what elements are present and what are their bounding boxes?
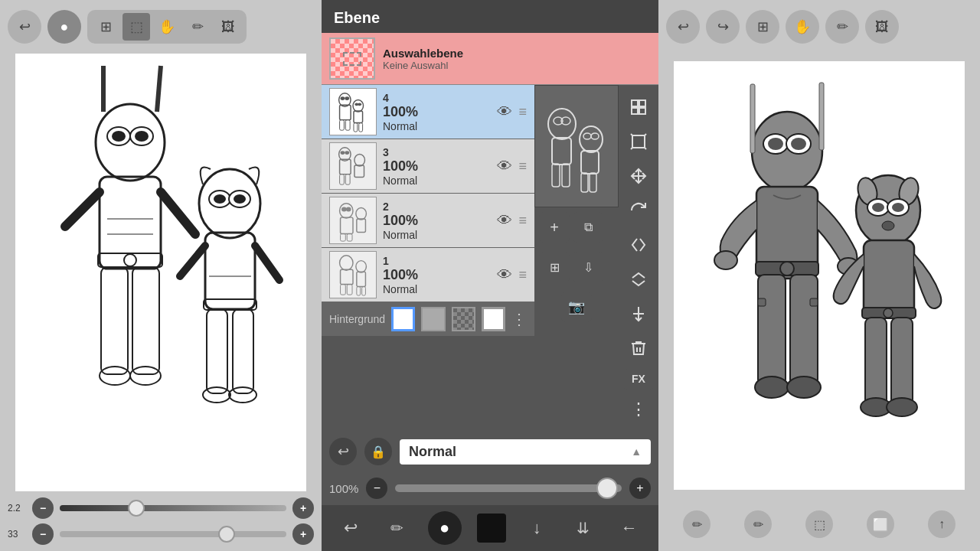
right-bottom-tool-1[interactable]: ✏ bbox=[683, 510, 710, 538]
add-layer-button[interactable]: + bbox=[539, 212, 570, 243]
svg-point-109 bbox=[780, 262, 794, 276]
move-down-icon[interactable] bbox=[624, 299, 653, 328]
layer-row[interactable]: 1 100% Normal 👁 ≡ bbox=[322, 248, 534, 302]
fx-button[interactable]: FX bbox=[624, 369, 653, 390]
right-bottom-tool-3[interactable]: ⬚ bbox=[805, 510, 833, 538]
more-icon[interactable]: ⋮ bbox=[624, 396, 653, 424]
right-redo-button[interactable]: ↪ bbox=[706, 10, 740, 44]
auswahl-selection-indicator bbox=[343, 52, 361, 66]
opacity-minus-button[interactable]: − bbox=[32, 523, 54, 545]
layer-3-number: 3 bbox=[383, 146, 491, 158]
svg-rect-88 bbox=[632, 108, 638, 114]
back-button[interactable]: ← bbox=[614, 513, 645, 543]
flip-h-icon[interactable] bbox=[624, 230, 653, 259]
more-options-button[interactable]: ⋮ bbox=[511, 310, 527, 328]
layer-4-visibility-toggle[interactable]: 👁 bbox=[497, 103, 512, 121]
blend-mode-row: ↩ 🔒 Normal ▲ bbox=[322, 432, 658, 471]
rotate-icon[interactable] bbox=[624, 196, 653, 224]
layer-2-menu[interactable]: ≡ bbox=[518, 213, 527, 229]
camera-button[interactable]: 📷 bbox=[561, 292, 592, 322]
svg-point-5 bbox=[135, 131, 149, 142]
opacity-percent-label: 100% bbox=[329, 482, 358, 495]
right-bottom-tool-4[interactable]: ⬜ bbox=[867, 510, 894, 538]
double-arrow-button[interactable]: ⇊ bbox=[568, 513, 599, 543]
right-canvas[interactable] bbox=[674, 61, 965, 490]
side-icons-panel: FX ⋮ bbox=[619, 85, 658, 432]
right-bottom-tool-5[interactable]: ↑ bbox=[928, 510, 956, 538]
merge-layers-button[interactable]: ⇩ bbox=[573, 252, 603, 282]
undo-curve-button[interactable]: ↩ bbox=[335, 513, 366, 543]
svg-line-91 bbox=[631, 134, 632, 135]
layer-1-visibility-toggle[interactable]: 👁 bbox=[497, 266, 512, 284]
opacity-decrease-button[interactable]: − bbox=[366, 478, 387, 499]
arrow-down-button[interactable]: ↓ bbox=[521, 513, 552, 543]
duplicate-layer-button[interactable]: ⧉ bbox=[573, 212, 603, 243]
delete-icon[interactable] bbox=[624, 334, 653, 363]
size-plus-button[interactable]: + bbox=[292, 497, 314, 519]
svg-point-35 bbox=[341, 96, 345, 100]
bg-transparent-swatch[interactable] bbox=[482, 307, 505, 331]
layer-3-mode: Normal bbox=[383, 174, 491, 187]
svg-rect-73 bbox=[535, 86, 618, 207]
brush-tool-button[interactable]: ✏ bbox=[381, 513, 412, 543]
bg-gray-swatch[interactable] bbox=[421, 307, 445, 331]
right-layers-button[interactable]: ⊞ bbox=[746, 10, 779, 44]
right-undo-button[interactable]: ↩ bbox=[666, 10, 700, 44]
auswahl-row[interactable]: Auswahlebene Keine Auswahl bbox=[322, 33, 658, 85]
opacity-increase-button[interactable]: + bbox=[629, 478, 651, 499]
layer-2-visibility-toggle[interactable]: 👁 bbox=[497, 212, 512, 230]
right-bottom-tool-2[interactable]: ✏ bbox=[744, 510, 772, 538]
layer-1-menu[interactable]: ≡ bbox=[518, 267, 527, 283]
stamp-button[interactable]: ⊞ bbox=[92, 13, 119, 41]
svg-rect-132 bbox=[810, 298, 818, 306]
blend-mode-label: Normal bbox=[409, 444, 456, 460]
layer-4-menu[interactable]: ≡ bbox=[518, 104, 527, 120]
layer-3-menu[interactable]: ≡ bbox=[518, 158, 527, 174]
blend-mode-selector[interactable]: Normal ▲ bbox=[400, 439, 651, 465]
color-swatch-button[interactable] bbox=[477, 514, 506, 543]
size-label: 2.2 bbox=[8, 503, 26, 514]
size-track[interactable] bbox=[60, 505, 286, 511]
grid-icon[interactable] bbox=[624, 93, 653, 121]
size-minus-button[interactable]: − bbox=[32, 497, 54, 519]
brush-mode-button[interactable]: ● bbox=[47, 10, 81, 44]
import-button[interactable]: 🖼 bbox=[214, 13, 242, 41]
svg-point-4 bbox=[112, 131, 126, 142]
left-bottom-controls: 2.2 − + 33 − + bbox=[0, 491, 322, 551]
layer-3-visibility-toggle[interactable]: 👁 bbox=[497, 158, 512, 175]
right-eraser-button[interactable]: ✏ bbox=[825, 10, 859, 44]
right-move-button[interactable]: ✋ bbox=[786, 10, 819, 44]
auswahl-thumbnail bbox=[329, 37, 375, 80]
eraser-button[interactable]: ✏ bbox=[184, 13, 211, 41]
merge-down-button[interactable]: ↩ bbox=[329, 438, 357, 465]
opacity-row: 100% − + bbox=[322, 471, 658, 505]
layer-row[interactable]: 3 100% Normal 👁 ≡ bbox=[322, 139, 534, 194]
move-button[interactable]: ✋ bbox=[153, 13, 181, 41]
left-canvas[interactable] bbox=[15, 54, 306, 491]
lock-alpha-button[interactable]: 🔒 bbox=[364, 438, 392, 465]
opacity-track[interactable] bbox=[60, 531, 286, 537]
undo-button[interactable]: ↩ bbox=[8, 10, 41, 44]
opacity-plus-button[interactable]: + bbox=[292, 523, 314, 545]
bg-white-swatch[interactable] bbox=[391, 307, 415, 331]
svg-point-21 bbox=[234, 194, 246, 204]
svg-point-130 bbox=[884, 308, 893, 318]
select-button[interactable]: ⬚ bbox=[122, 13, 150, 41]
move-all-icon[interactable] bbox=[624, 161, 653, 190]
bg-checker-swatch[interactable] bbox=[452, 307, 475, 331]
layer-row[interactable]: 2 100% Normal 👁 ≡ bbox=[322, 194, 534, 248]
brush-size-button[interactable]: ● bbox=[428, 511, 462, 545]
flip-v-icon[interactable] bbox=[624, 265, 653, 293]
tool-group: ⊞ ⬚ ✋ ✏ 🖼 bbox=[87, 10, 247, 44]
svg-point-49 bbox=[345, 151, 349, 155]
layer-2-mode: Normal bbox=[383, 229, 491, 241]
layer-row[interactable]: 4 100% Normal 👁 ≡ bbox=[322, 85, 534, 139]
opacity-slider-track[interactable] bbox=[395, 484, 622, 492]
right-export-button[interactable]: 🖼 bbox=[865, 10, 899, 44]
transform-icon[interactable] bbox=[624, 127, 653, 155]
svg-point-103 bbox=[768, 138, 783, 150]
svg-rect-126 bbox=[865, 318, 887, 406]
layer-3-info: 3 100% Normal bbox=[383, 146, 491, 187]
layer-2-info: 2 100% Normal bbox=[383, 201, 491, 241]
add-group-button[interactable]: ⊞ bbox=[539, 252, 570, 282]
